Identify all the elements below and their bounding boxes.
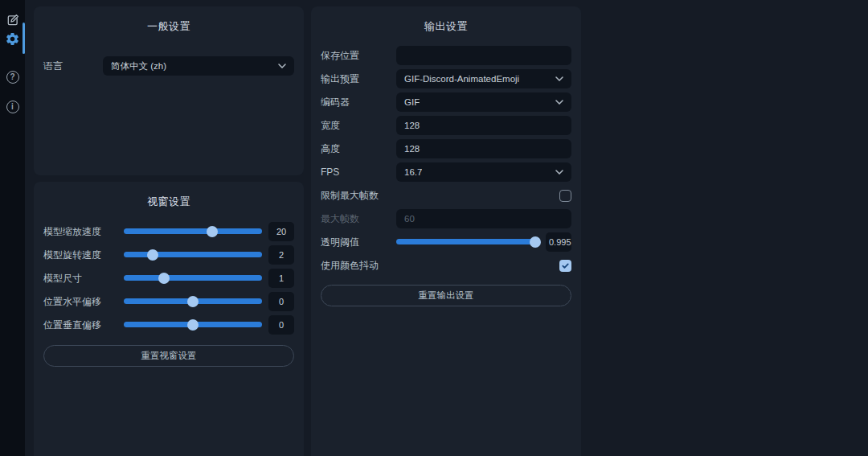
position-vertical-offset-value: 0 <box>268 315 294 335</box>
model-size-row: 模型尺寸 1 <box>43 269 294 287</box>
slider-track <box>124 275 262 281</box>
info-icon: i <box>6 101 19 113</box>
max-frames-label: 最大帧数 <box>321 212 396 226</box>
model-rotation-speed-row: 模型旋转速度 2 <box>43 246 294 264</box>
height-row: 高度 <box>321 139 571 158</box>
color-dither-checkbox[interactable] <box>559 260 571 272</box>
slider-thumb[interactable] <box>207 226 218 237</box>
model-rotation-speed-label: 模型旋转速度 <box>43 249 124 262</box>
active-tab-indicator <box>23 23 25 54</box>
viewport-settings-panel: 视窗设置 模型缩放速度 20 模型旋转速度 2 模型尺寸 1 <box>34 182 304 456</box>
general-panel-title: 一般设置 <box>43 13 294 42</box>
alpha-threshold-value: 0.995 <box>546 232 571 252</box>
limit-max-frames-checkbox[interactable] <box>559 190 571 202</box>
viewport-panel-title: 视窗设置 <box>43 188 294 217</box>
language-label: 语言 <box>43 60 103 73</box>
slider-track <box>124 228 262 234</box>
encoder-select[interactable]: GIF <box>396 92 571 112</box>
edit-icon <box>6 13 20 27</box>
fps-select[interactable]: 16.7 <box>396 162 571 182</box>
width-input[interactable] <box>396 116 571 135</box>
position-horizontal-offset-row: 位置水平偏移 0 <box>43 293 294 310</box>
model-size-slider[interactable] <box>124 269 262 287</box>
model-zoom-speed-slider[interactable] <box>124 223 262 240</box>
slider-thumb[interactable] <box>158 273 170 284</box>
alpha-threshold-label: 透明阈值 <box>321 236 396 249</box>
limit-max-frames-row: 限制最大帧数 <box>321 186 571 205</box>
language-row: 语言 简体中文 (zh) <box>43 56 294 76</box>
model-zoom-speed-label: 模型缩放速度 <box>43 225 124 239</box>
fps-value: 16.7 <box>404 167 422 177</box>
alpha-threshold-slider[interactable] <box>396 233 539 251</box>
sidebar-item-help[interactable]: ? <box>0 68 25 87</box>
model-zoom-speed-row: 模型缩放速度 20 <box>43 223 294 240</box>
encoder-value: GIF <box>404 97 420 107</box>
output-settings-panel: 输出设置 保存位置 输出预置 GIF-Discord-AnimatedEmoji… <box>311 6 581 456</box>
output-preset-value: GIF-Discord-AnimatedEmoji <box>404 74 519 84</box>
gear-icon <box>5 31 20 47</box>
encoder-label: 编码器 <box>321 96 396 109</box>
chevron-down-icon <box>555 76 563 81</box>
color-dither-label: 使用颜色抖动 <box>321 259 396 273</box>
sidebar: ? i <box>0 0 25 456</box>
sidebar-item-info[interactable]: i <box>0 97 25 117</box>
position-vertical-offset-row: 位置垂直偏移 0 <box>43 316 294 334</box>
max-frames-input <box>396 209 571 228</box>
fps-label: FPS <box>321 166 396 178</box>
model-zoom-speed-value: 20 <box>268 222 294 241</box>
chevron-down-icon <box>278 64 286 68</box>
slider-track <box>124 252 262 257</box>
model-size-value: 1 <box>268 269 294 288</box>
height-label: 高度 <box>321 142 396 156</box>
chevron-down-icon <box>555 100 563 105</box>
output-panel-title: 输出设置 <box>321 13 571 42</box>
model-rotation-speed-slider[interactable] <box>124 246 262 264</box>
language-select[interactable]: 简体中文 (zh) <box>103 56 294 76</box>
sidebar-item-edit[interactable] <box>0 10 25 30</box>
reset-output-settings-button[interactable]: 重置输出设置 <box>321 285 571 306</box>
color-dither-row: 使用颜色抖动 <box>321 256 571 275</box>
position-vertical-offset-label: 位置垂直偏移 <box>43 318 124 332</box>
fps-row: FPS 16.7 <box>321 162 571 182</box>
reset-viewport-settings-button[interactable]: 重置视窗设置 <box>43 345 294 367</box>
slider-thumb[interactable] <box>530 236 541 248</box>
output-preset-select[interactable]: GIF-Discord-AnimatedEmoji <box>396 69 571 88</box>
width-label: 宽度 <box>321 119 396 133</box>
slider-thumb[interactable] <box>187 296 199 307</box>
slider-thumb[interactable] <box>187 319 199 331</box>
width-row: 宽度 <box>321 116 571 135</box>
slider-track <box>396 239 539 244</box>
height-input[interactable] <box>396 139 571 158</box>
model-rotation-speed-value: 2 <box>268 245 294 265</box>
app-root: ? i 一般设置 语言 简体中文 (zh) 视窗设置 模型缩放速度 20 <box>0 0 868 456</box>
max-frames-row: 最大帧数 <box>321 209 571 228</box>
sidebar-item-settings[interactable] <box>0 29 25 48</box>
save-location-input[interactable] <box>396 46 571 65</box>
save-location-label: 保存位置 <box>321 49 396 63</box>
encoder-row: 编码器 GIF <box>321 92 571 112</box>
position-vertical-offset-slider[interactable] <box>124 316 262 334</box>
limit-max-frames-label: 限制最大帧数 <box>321 189 396 203</box>
check-icon <box>561 261 570 270</box>
position-horizontal-offset-slider[interactable] <box>124 293 262 310</box>
save-location-row: 保存位置 <box>321 46 571 65</box>
help-icon: ? <box>6 71 19 84</box>
alpha-threshold-row: 透明阈值 0.995 <box>321 232 571 252</box>
position-horizontal-offset-label: 位置水平偏移 <box>43 295 124 309</box>
general-settings-panel: 一般设置 语言 简体中文 (zh) <box>34 6 304 175</box>
language-select-value: 简体中文 (zh) <box>111 60 166 72</box>
chevron-down-icon <box>555 170 563 175</box>
model-size-label: 模型尺寸 <box>43 272 124 286</box>
slider-thumb[interactable] <box>147 249 158 261</box>
output-preset-row: 输出预置 GIF-Discord-AnimatedEmoji <box>321 69 571 88</box>
output-preset-label: 输出预置 <box>321 72 396 86</box>
position-horizontal-offset-value: 0 <box>268 292 294 311</box>
